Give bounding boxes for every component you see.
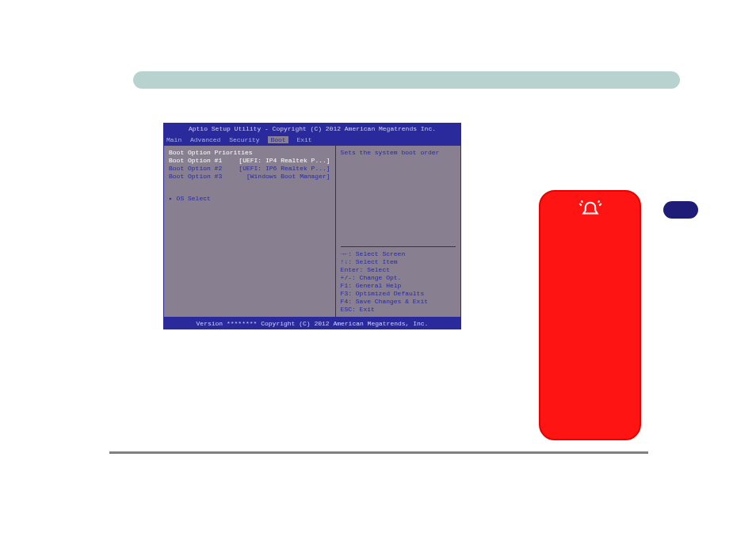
decorative-bar-top (133, 71, 680, 89)
boot-option-1-value[interactable]: [UEFI: IP4 Realtek P...] (239, 157, 330, 165)
boot-option-2-label[interactable]: Boot Option #2 (169, 165, 222, 173)
bios-footer: Version ******** Copyright (C) 2012 Amer… (163, 318, 461, 329)
nav-hint-screen: →←: Select Screen (341, 250, 456, 258)
bios-setup-window: Aptio Setup Utility - Copyright (C) 2012… (163, 123, 461, 329)
tab-main[interactable]: Main (166, 136, 181, 143)
os-select-item[interactable]: ▸ OS Select (169, 195, 330, 202)
bios-right-panel: Sets the system boot order →←: Select Sc… (336, 145, 461, 318)
tab-boot[interactable]: Boot (268, 136, 288, 143)
nav-hint-help: F1: General Help (341, 282, 456, 290)
boot-option-3-value[interactable]: [Windows Boot Manager] (246, 173, 330, 181)
boot-priorities-label: Boot Option Priorities (169, 149, 253, 157)
decorative-divider-bottom (109, 451, 648, 454)
nav-hint-exit: ESC: Exit (341, 306, 456, 314)
nav-hint-save: F4: Save Changes & Exit (341, 298, 456, 306)
nav-hint-item: ↑↓: Select Item (341, 258, 456, 266)
boot-option-3-label[interactable]: Boot Option #3 (169, 173, 222, 181)
nav-hint-defaults: F3: Optimized Defaults (341, 290, 456, 298)
nav-hint-enter: Enter: Select (341, 266, 456, 274)
tab-security[interactable]: Security (229, 136, 259, 143)
bios-body: Boot Option Priorities Boot Option #1 [U… (163, 145, 461, 318)
bios-left-panel: Boot Option Priorities Boot Option #1 [U… (163, 145, 336, 318)
decorative-pill-blue (663, 201, 698, 219)
boot-option-1-label[interactable]: Boot Option #1 (169, 157, 222, 165)
bios-title-bar: Aptio Setup Utility - Copyright (C) 2012… (163, 123, 461, 135)
bios-nav-hints: →←: Select Screen ↑↓: Select Item Enter:… (341, 246, 456, 314)
alert-panel (539, 190, 641, 440)
tab-advanced[interactable]: Advanced (190, 136, 220, 143)
nav-hint-change: +/-: Change Opt. (341, 274, 456, 282)
bios-help-text: Sets the system boot order (341, 149, 456, 156)
bios-tab-bar: Main Advanced Security Boot Exit (163, 135, 461, 145)
alarm-bell-icon (578, 200, 602, 439)
boot-option-2-value[interactable]: [UEFI: IP6 Realtek P...] (239, 165, 330, 173)
tab-exit[interactable]: Exit (296, 136, 311, 143)
